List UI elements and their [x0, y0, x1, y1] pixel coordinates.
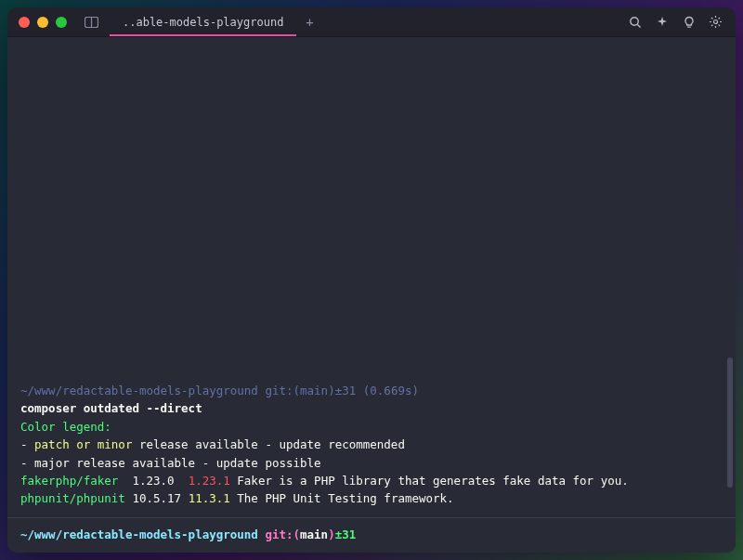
legend-major-line: - major release available - update possi… — [20, 454, 723, 472]
close-button[interactable] — [19, 17, 30, 28]
prev-timing: (0.669s) — [356, 384, 419, 397]
table-row: phpunit/phpunit 10.5.17 11.3.1 The PHP U… — [20, 489, 723, 507]
pkg-desc: The PHP Unit Testing framework. — [230, 491, 454, 505]
previous-prompt-line: ~/www/redactable-models-playground git:(… — [20, 382, 723, 399]
prev-dirty: ±31 — [335, 384, 357, 397]
pkg-current: 10.5.17 — [132, 491, 181, 505]
svg-line-3 — [637, 24, 640, 27]
plus-icon: + — [306, 15, 313, 30]
svg-point-5 — [714, 20, 718, 24]
terminal-window: ..able-models-playground + ~/www/redacta… — [7, 7, 736, 553]
window-controls — [7, 17, 67, 28]
maximize-button[interactable] — [56, 17, 67, 28]
legend-patch-rest: release available - update recommended — [132, 437, 405, 451]
prompt-dirty: ±31 — [335, 527, 357, 541]
current-prompt-line: ~/www/redactable-models-playground git:(… — [20, 526, 723, 543]
prompt-git-label: git:( — [258, 527, 300, 541]
search-icon[interactable] — [628, 15, 642, 29]
prompt-branch: main — [300, 527, 328, 541]
svg-point-2 — [630, 17, 637, 24]
pkg-name: fakerphp/faker — [20, 474, 125, 488]
titlebar-actions — [628, 15, 736, 29]
lightbulb-icon[interactable] — [682, 15, 696, 29]
table-row: fakerphp/faker 1.23.0 1.23.1 Faker is a … — [20, 472, 723, 489]
pkg-current: 1.23.0 — [132, 474, 181, 488]
divider — [7, 517, 736, 518]
pkg-desc: Faker is a PHP library that generates fa… — [230, 474, 629, 488]
legend-dash: - — [20, 437, 34, 451]
prompt-path: redactable-models-playground — [62, 527, 258, 541]
legend-patch-highlight: patch or minor — [34, 437, 132, 451]
tab-title: ..able-models-playground — [123, 16, 283, 29]
pkg-new: 1.23.1 — [189, 474, 230, 488]
command-line: composer outdated --direct — [20, 399, 723, 417]
pkg-new: 11.3.1 — [189, 491, 230, 505]
prev-git-label: git:( — [258, 384, 300, 397]
titlebar: ..able-models-playground + — [7, 7, 736, 37]
prev-path: ~/www/redactable-models-playground — [20, 384, 258, 397]
split-pane-icon[interactable] — [84, 16, 98, 29]
prev-git-close: ) — [328, 384, 335, 397]
legend-title: Color legend: — [20, 418, 723, 436]
sparkle-icon[interactable] — [655, 15, 669, 29]
new-tab-button[interactable]: + — [296, 7, 322, 36]
prev-branch: main — [300, 384, 328, 397]
prompt-path-prefix: ~/www/ — [20, 527, 62, 541]
tab-active[interactable]: ..able-models-playground — [110, 7, 296, 36]
prompt-git-close: ) — [328, 527, 335, 541]
scrollbar[interactable] — [727, 358, 733, 488]
legend-patch-line: - patch or minor release available - upd… — [20, 436, 723, 453]
tabs: ..able-models-playground + — [110, 7, 322, 36]
terminal-empty-area — [20, 43, 723, 382]
terminal-body[interactable]: ~/www/redactable-models-playground git:(… — [7, 37, 736, 553]
minimize-button[interactable] — [37, 17, 48, 28]
settings-icon[interactable] — [709, 15, 723, 29]
pkg-name: phpunit/phpunit — [20, 491, 125, 505]
